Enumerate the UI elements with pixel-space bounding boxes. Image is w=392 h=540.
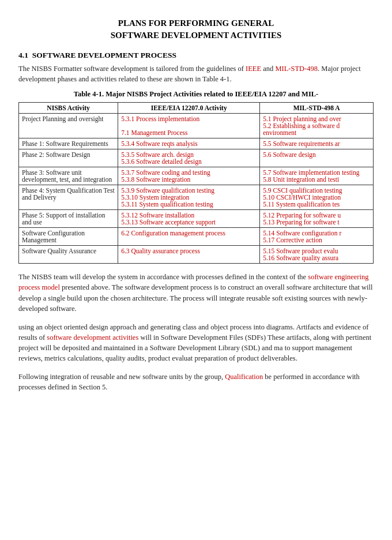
cell-nisbs: Phase 2: Software Design [19,149,118,167]
cell-mil: 5.6 Software design [260,149,374,167]
intro-paragraph: The NISBS Formatter software development… [18,63,374,84]
cell-ieee: 5.3.7 Software coding and testing5.3.8 S… [118,167,260,185]
table-row: Project Planning and oversight5.3.1 Proc… [19,114,374,138]
table-row: Software Quality Assurance6.3 Quality as… [19,246,374,264]
activities-table: NISBS Activity IEEE/EIA 12207.0 Activity… [18,102,374,264]
cell-nisbs: Phase 4: System Qualification Test and D… [19,185,118,210]
page-title: PLANS FOR PERFORMING GENERAL SOFTWARE DE… [18,17,374,42]
cell-mil: 5.14 Software configuration r5.17 Correc… [260,228,374,246]
cell-mil: 5.12 Preparing for software u5.13 Prepar… [260,210,374,228]
cell-mil: 5.5 Software requirements ar [260,138,374,149]
col-header-mil: MIL-STD-498 A [260,103,374,114]
cell-ieee: 5.3.1 Process implementation7.1 Manageme… [118,114,260,138]
cell-mil: 5.1 Project planning and over5.2 Establi… [260,114,374,138]
col-header-ieee: IEEE/EIA 12207.0 Activity [118,103,260,114]
table-row: Phase 4: System Qualification Test and D… [19,185,374,210]
cell-ieee: 6.3 Quality assurance process [118,246,260,264]
cell-ieee: 5.3.9 Software qualification testing5.3.… [118,185,260,210]
cell-mil: 5.9 CSCI qualification testing5.10 CSCI/… [260,185,374,210]
table-row: Phase 5: Support of installation and use… [19,210,374,228]
table-row: Phase 2: Software Design5.3.5 Software a… [19,149,374,167]
cell-mil: 5.7 Software implementation testing5.8 U… [260,167,374,185]
table-row: Phase 3: Software unit development, test… [19,167,374,185]
section-heading: 4.1 SOFTWARE DEVELOPMENT PROCESS [18,51,374,60]
cell-nisbs: Software Configuration Management [19,228,118,246]
body-paragraph-3: Following integration of reusable and ne… [18,372,374,392]
table-caption: Table 4-1. Major NISBS Project Activitie… [18,90,374,99]
body-paragraph-2: using an object oriented design approach… [18,322,374,364]
cell-ieee: 6.2 Configuration management process [118,228,260,246]
table-row: Phase 1: Software Requirements5.3.4 Soft… [19,138,374,149]
cell-mil: 5.15 Software product evalu5.16 Software… [260,246,374,264]
col-header-nisbs: NISBS Activity [19,103,118,114]
cell-nisbs: Project Planning and oversight [19,114,118,138]
cell-nisbs: Software Quality Assurance [19,246,118,264]
table-row: Software Configuration Management6.2 Con… [19,228,374,246]
cell-ieee: 5.3.4 Software reqts analysis [118,138,260,149]
cell-ieee: 5.3.5 Software arch. design5.3.6 Softwar… [118,149,260,167]
cell-nisbs: Phase 1: Software Requirements [19,138,118,149]
cell-nisbs: Phase 3: Software unit development, test… [19,167,118,185]
body-paragraph-1: The NISBS team will develop the system i… [18,272,374,314]
cell-ieee: 5.3.12 Software installation5.3.13 Softw… [118,210,260,228]
page: PLANS FOR PERFORMING GENERAL SOFTWARE DE… [0,0,392,540]
cell-nisbs: Phase 5: Support of installation and use [19,210,118,228]
